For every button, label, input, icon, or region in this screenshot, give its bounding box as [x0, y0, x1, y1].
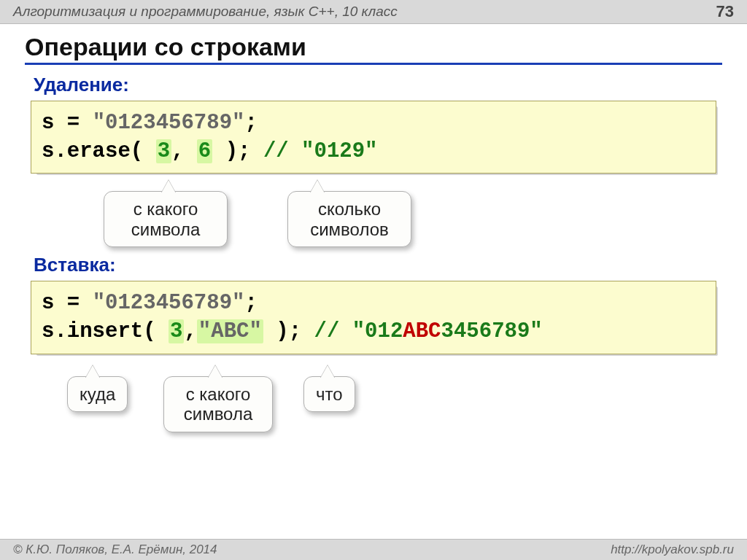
code-text: s =: [42, 291, 93, 315]
arg-start: 3: [158, 139, 170, 163]
string-literal: "0123456789": [93, 291, 245, 315]
slide-title: Операции со строками: [25, 33, 722, 65]
footer-url: http://kpolyakov.spb.ru: [611, 542, 734, 557]
arg-count: 6: [198, 139, 211, 163]
code-text: );: [263, 319, 314, 343]
code-block-erase: s = "0123456789"; s.erase( 3, 6 ); // "0…: [31, 101, 716, 174]
callout-what: что: [303, 376, 355, 413]
callout-where: куда: [67, 376, 128, 413]
code-text: ;: [244, 111, 257, 135]
slide-content: Операции со строками Удаление: s = "0123…: [0, 24, 747, 452]
section-delete: Удаление:: [34, 74, 722, 96]
code-block-insert: s = "0123456789"; s.insert( 3,"ABC" ); /…: [31, 281, 716, 354]
slide-header: Алгоритмизация и программирование, язык …: [0, 0, 747, 24]
page-number: 73: [716, 2, 734, 21]
course-title: Алгоритмизация и программирование, язык …: [13, 4, 398, 20]
comment-insert: ABC: [403, 319, 441, 343]
code-text: ,: [171, 139, 197, 163]
code-text: s.erase(: [42, 139, 156, 163]
callouts-insert: куда с какого символа что: [25, 357, 722, 452]
callouts-erase: с какого символа сколько символов: [25, 176, 722, 264]
comment: // "0129": [263, 139, 378, 163]
comment-post: 3456789": [441, 319, 543, 343]
code-text: s =: [42, 111, 93, 135]
code-text: );: [212, 139, 263, 163]
arg-pos: 3: [170, 319, 182, 343]
comment-pre: // "012: [314, 319, 403, 343]
callout-from-symbol: с какого символа: [104, 191, 228, 247]
callout-count: сколько символов: [287, 191, 411, 247]
callout-from-symbol-2: с какого символа: [163, 376, 273, 432]
slide-footer: © К.Ю. Поляков, Е.А. Ерёмин, 2014 http:/…: [0, 539, 747, 560]
copyright: © К.Ю. Поляков, Е.А. Ерёмин, 2014: [13, 542, 217, 557]
arg-what: "ABC": [198, 319, 262, 343]
code-text: s.insert(: [42, 319, 169, 343]
code-text: ;: [244, 291, 257, 315]
string-literal: "0123456789": [93, 111, 245, 135]
code-text: ,: [184, 319, 196, 343]
